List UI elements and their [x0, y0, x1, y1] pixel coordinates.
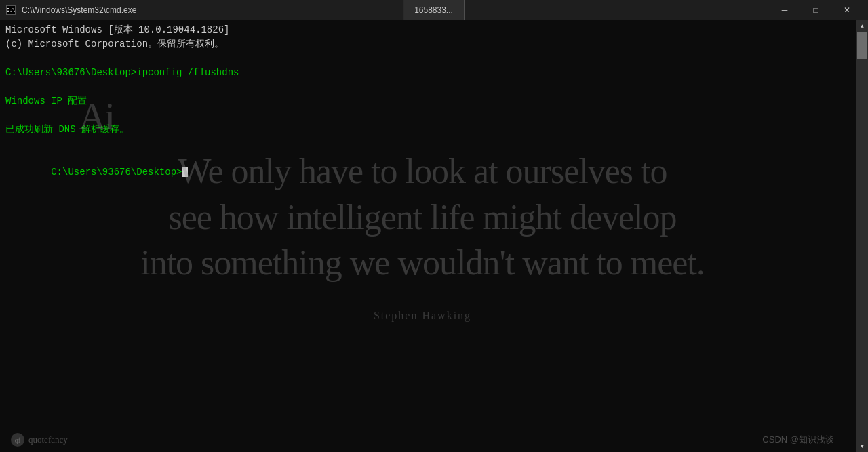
cmd-icon-inner: C:\ — [6, 5, 16, 15]
title-bar: C:\ C:\Windows\System32\cmd.exe 1658833.… — [0, 0, 868, 20]
terminal-line-9 — [5, 137, 851, 151]
terminal-line-6: Windows IP 配置 — [5, 94, 851, 108]
window-title: C:\Windows\System32\cmd.exe — [22, 5, 136, 15]
bottom-bar: qf quotefancy CSDN @知识浅谈 — [0, 433, 845, 447]
tab-item[interactable]: 1658833... — [403, 0, 465, 20]
content-area: Microsoft Windows [版本 10.0.19044.1826] (… — [0, 20, 868, 452]
quotefancy-icon: qf — [11, 433, 24, 447]
window-controls: ─ □ ✕ — [769, 0, 863, 20]
terminal-line-2: (c) Microsoft Corporation。保留所有权利。 — [5, 37, 851, 52]
quote-line-3: into something we wouldn't want to meet. — [140, 243, 705, 282]
cmd-icon-label: C:\ — [7, 7, 16, 13]
quotefancy-text: quotefancy — [28, 433, 68, 447]
minimize-button[interactable]: ─ — [769, 0, 800, 20]
title-bar-left: C:\ C:\Windows\System32\cmd.exe — [5, 5, 136, 16]
quote-line-2: see how intelligent life might develop — [168, 198, 676, 237]
restore-button[interactable]: □ — [800, 0, 831, 20]
cmd-window: C:\ C:\Windows\System32\cmd.exe 1658833.… — [0, 0, 868, 452]
scrollbar[interactable]: ▲ ▼ — [856, 20, 868, 452]
csdn-watermark: CSDN @知识浅谈 — [762, 433, 834, 447]
close-button[interactable]: ✕ — [831, 0, 863, 20]
quotefancy-logo: qf quotefancy — [11, 433, 68, 447]
cmd-icon: C:\ — [5, 5, 16, 16]
terminal-line-1: Microsoft Windows [版本 10.0.19044.1826] — [5, 23, 851, 37]
terminal-line-10: C:\Users\93676\Desktop> — [5, 151, 851, 194]
tab-area: 1658833... — [403, 0, 465, 20]
terminal-line-5 — [5, 80, 851, 94]
terminal-content[interactable]: Microsoft Windows [版本 10.0.19044.1826] (… — [0, 20, 856, 452]
scroll-up-button[interactable]: ▲ — [856, 20, 868, 32]
terminal-line-4: C:\Users\93676\Desktop>ipconfig /flushdn… — [5, 66, 851, 80]
scroll-down-button[interactable]: ▼ — [856, 440, 868, 452]
quote-author: Stephen Hawking — [374, 308, 471, 324]
terminal-line-3 — [5, 52, 851, 66]
scrollbar-thumb[interactable] — [857, 32, 867, 59]
terminal-line-8: 已成功刷新 DNS 解析缓存。 — [5, 123, 851, 137]
cursor-block — [182, 167, 188, 177]
terminal-line-7 — [5, 108, 851, 123]
scrollbar-track[interactable] — [856, 32, 868, 440]
